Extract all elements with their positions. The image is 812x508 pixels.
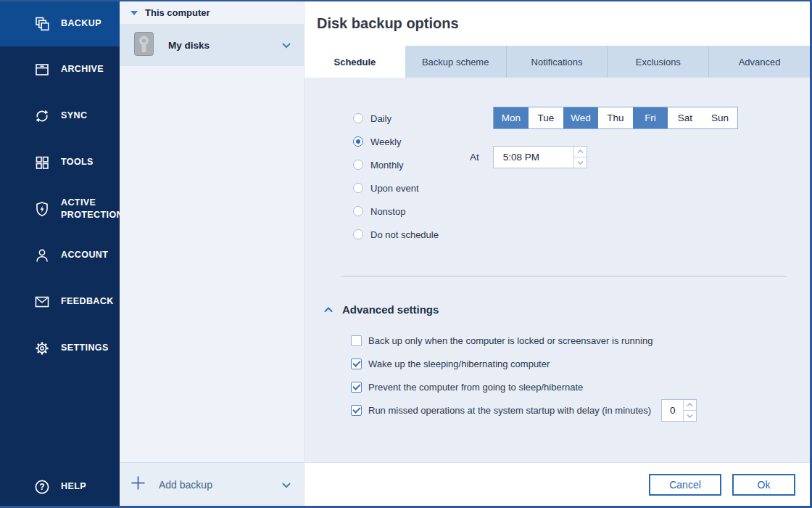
radio-label: Weekly — [370, 136, 401, 147]
panel-footer: Cancel Ok — [304, 462, 810, 506]
sidebar-item-account[interactable]: ACCOUNT — [0, 232, 120, 279]
sidebar-item-label: HELP — [61, 480, 86, 493]
delay-spinner — [683, 400, 696, 421]
checkbox-label: Back up only when the computer is locked… — [368, 335, 652, 346]
collapse-triangle-icon — [130, 11, 138, 15]
backup-item-label: My disks — [168, 40, 282, 51]
radio-label: Monthly — [370, 160, 404, 171]
advanced-settings-title: Advanced settings — [342, 303, 439, 316]
delay-minutes-input[interactable]: 0 — [661, 399, 697, 422]
sidebar: BACKUP ARCHIVE SYNC — [0, 1, 120, 506]
spinner-up-button[interactable] — [574, 147, 587, 157]
svg-text:?: ? — [39, 482, 44, 492]
add-backup-button[interactable]: Add backup — [120, 462, 304, 506]
sidebar-item-label: SYNC — [61, 110, 87, 123]
radio-circle — [353, 206, 363, 216]
options-panel: Disk backup options Schedule Backup sche… — [304, 1, 810, 506]
radio-circle — [353, 160, 363, 170]
advanced-settings-checkboxes: Back up only when the computer is locked… — [351, 329, 697, 422]
group-header-this-computer[interactable]: This computer — [120, 1, 304, 24]
radio-circle — [353, 229, 363, 239]
checkbox-box — [351, 382, 362, 393]
at-label: At — [470, 152, 479, 163]
cancel-button[interactable]: Cancel — [649, 474, 721, 496]
checkbox-label: Run missed operations at the system star… — [368, 405, 651, 416]
radio-monthly[interactable]: Monthly — [353, 153, 439, 176]
schedule-tab-content: Daily Weekly Monthly Upon event Nonstop — [304, 78, 810, 462]
chevron-down-icon[interactable] — [282, 478, 291, 491]
checkbox-box — [351, 359, 362, 369]
sidebar-item-help[interactable]: ? HELP — [0, 467, 120, 507]
sidebar-item-label: FEEDBACK — [61, 295, 114, 308]
disk-icon — [134, 32, 154, 59]
day-sun[interactable]: Sun — [703, 107, 737, 128]
checkbox-wake-up-computer[interactable]: Wake up the sleeping/hibernating compute… — [351, 352, 697, 375]
sidebar-item-active-protection[interactable]: ACTIVE PROTECTION — [0, 186, 120, 232]
day-sat[interactable]: Sat — [668, 107, 703, 128]
day-thu[interactable]: Thu — [598, 107, 633, 128]
backup-item-my-disks[interactable]: My disks — [120, 24, 304, 66]
sidebar-item-label: SETTINGS — [61, 342, 109, 355]
tab-schedule[interactable]: Schedule — [304, 46, 405, 78]
radio-daily[interactable]: Daily — [353, 107, 439, 130]
checkbox-box — [351, 405, 362, 416]
sync-icon — [33, 107, 51, 125]
person-icon — [33, 247, 51, 264]
checkbox-prevent-sleep[interactable]: Prevent the computer from going to sleep… — [351, 375, 697, 398]
tab-advanced[interactable]: Advanced — [708, 46, 810, 78]
advanced-settings-toggle[interactable]: Advanced settings — [324, 299, 439, 319]
shield-bolt-icon — [33, 200, 51, 218]
checkbox-backup-when-locked[interactable]: Back up only when the computer is locked… — [351, 329, 697, 352]
chevron-up-icon — [324, 303, 333, 316]
sidebar-item-label: ACTIVE PROTECTION — [61, 197, 123, 222]
sidebar-item-feedback[interactable]: FEEDBACK — [0, 279, 120, 325]
time-spinner — [573, 147, 587, 168]
envelope-icon — [33, 293, 51, 311]
tools-icon — [33, 154, 51, 171]
tab-backup-scheme[interactable]: Backup scheme — [405, 46, 506, 78]
tab-bar: Schedule Backup scheme Notifications Exc… — [304, 46, 810, 78]
checkbox-run-missed-operations[interactable]: Run missed operations at the system star… — [351, 398, 697, 422]
spinner-down-button[interactable] — [574, 157, 587, 168]
spinner-down-button[interactable] — [684, 411, 696, 421]
backup-list-panel: This computer My disks Add backup — [120, 1, 304, 506]
sidebar-item-label: TOOLS — [61, 156, 94, 169]
tab-notifications[interactable]: Notifications — [506, 46, 608, 78]
radio-weekly[interactable]: Weekly — [353, 130, 439, 153]
radio-do-not-schedule[interactable]: Do not schedule — [353, 223, 439, 246]
radio-label: Do not schedule — [370, 229, 439, 240]
page-title: Disk backup options — [317, 15, 459, 32]
ok-button[interactable]: Ok — [732, 474, 795, 496]
time-value: 5:08 PM — [494, 147, 573, 168]
sidebar-item-tools[interactable]: TOOLS — [0, 139, 120, 186]
sidebar-item-archive[interactable]: ARCHIVE — [0, 46, 120, 93]
day-mon[interactable]: Mon — [494, 107, 529, 128]
plus-icon — [130, 475, 146, 493]
archive-icon — [33, 61, 51, 78]
radio-label: Daily — [370, 113, 392, 124]
sidebar-item-label: BACKUP — [61, 17, 102, 30]
sidebar-item-sync[interactable]: SYNC — [0, 93, 120, 139]
spinner-up-button[interactable] — [684, 400, 696, 411]
radio-nonstop[interactable]: Nonstop — [353, 200, 439, 223]
checkbox-box — [351, 335, 362, 346]
day-wed[interactable]: Wed — [563, 107, 598, 128]
help-icon: ? — [33, 478, 51, 496]
radio-label: Nonstop — [370, 206, 405, 217]
day-tue[interactable]: Tue — [529, 107, 563, 128]
weekday-selector: Mon Tue Wed Thu Fri Sat Sun — [493, 107, 738, 129]
sidebar-item-settings[interactable]: SETTINGS — [0, 325, 120, 372]
chevron-down-icon[interactable] — [282, 38, 291, 52]
time-input[interactable]: 5:08 PM — [493, 146, 587, 168]
radio-circle — [353, 113, 363, 123]
radio-label: Upon event — [370, 183, 419, 194]
app-window: BACKUP ARCHIVE SYNC — [0, 1, 810, 506]
radio-circle — [353, 136, 363, 147]
day-fri[interactable]: Fri — [633, 107, 668, 128]
frequency-radio-group: Daily Weekly Monthly Upon event Nonstop — [353, 107, 439, 246]
checkbox-label: Prevent the computer from going to sleep… — [368, 382, 583, 393]
tab-exclusions[interactable]: Exclusions — [607, 46, 708, 78]
time-row: At 5:08 PM — [470, 146, 587, 168]
sidebar-item-backup[interactable]: BACKUP — [0, 1, 120, 46]
radio-upon-event[interactable]: Upon event — [353, 176, 439, 200]
